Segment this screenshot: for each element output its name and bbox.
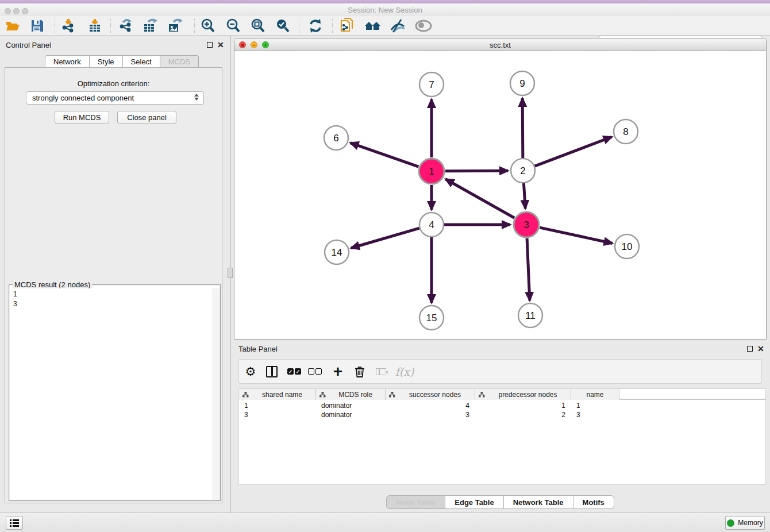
toolbar-separator bbox=[194, 19, 195, 33]
column-header-name[interactable]: name bbox=[571, 389, 619, 400]
node-label-3: 3 bbox=[523, 219, 529, 230]
show-columns-icon[interactable] bbox=[263, 360, 281, 383]
cell-name: 1 bbox=[576, 402, 580, 410]
table-toolbar: ⚙ ✓✓ + f(x) bbox=[238, 359, 762, 384]
control-panel-title: Control Panel bbox=[6, 41, 51, 49]
table-row[interactable]: 1dominator411 bbox=[239, 401, 765, 410]
result-item: 1 bbox=[13, 290, 209, 299]
edge-2-8[interactable] bbox=[535, 137, 612, 166]
status-bar: Memory bbox=[0, 512, 770, 532]
table-row[interactable]: 3dominator323 bbox=[239, 410, 765, 419]
select-all-icon[interactable]: ✓✓ bbox=[285, 360, 303, 383]
control-panel-header: Control Panel ✕ bbox=[0, 38, 227, 53]
edit-column-icon[interactable] bbox=[389, 392, 395, 398]
result-item: 3 bbox=[13, 299, 209, 309]
zoom-fit-icon[interactable] bbox=[249, 18, 267, 34]
close-panel-button[interactable]: Close panel bbox=[117, 111, 176, 124]
tab-select[interactable]: Select bbox=[123, 55, 160, 68]
tab-motifs[interactable]: Motifs bbox=[573, 495, 614, 509]
cell-shared-name: 1 bbox=[244, 402, 248, 410]
network-view-title: scc.txt bbox=[234, 41, 766, 49]
tab-style[interactable]: Style bbox=[90, 55, 123, 68]
export-table-icon[interactable] bbox=[142, 18, 159, 34]
result-scrollbar[interactable] bbox=[213, 288, 220, 500]
edit-column-icon[interactable] bbox=[479, 392, 485, 398]
open-file-icon[interactable] bbox=[4, 18, 21, 34]
memory-status-icon bbox=[727, 519, 734, 527]
edge-4-14[interactable] bbox=[351, 228, 419, 248]
tab-node-table[interactable]: Node Table bbox=[386, 495, 445, 509]
column-settings-icon[interactable]: ⚙ bbox=[241, 360, 260, 383]
first-neighbors-icon[interactable] bbox=[364, 18, 382, 34]
tab-network-table[interactable]: Network Table bbox=[504, 495, 573, 509]
zoom-out-icon[interactable] bbox=[225, 18, 242, 34]
node-table: shared nameMCDS rolesuccessor nodesprede… bbox=[238, 388, 766, 485]
node-label-10: 10 bbox=[622, 241, 633, 252]
show-panels-list-icon[interactable] bbox=[6, 516, 23, 530]
column-header-MCDS-role[interactable]: MCDS role bbox=[316, 389, 386, 400]
cell-successor-nodes: 4 bbox=[386, 402, 469, 410]
function-builder-icon[interactable]: f(x) bbox=[395, 360, 414, 383]
export-network-icon[interactable] bbox=[117, 18, 134, 34]
close-table-panel-icon[interactable]: ✕ bbox=[757, 346, 764, 352]
node-label-14: 14 bbox=[332, 247, 342, 258]
network-canvas[interactable]: 7968124314101511 bbox=[234, 51, 766, 339]
node-label-2: 2 bbox=[520, 165, 525, 176]
close-panel-icon[interactable]: ✕ bbox=[217, 42, 224, 48]
cell-MCDS-role: dominator bbox=[321, 411, 352, 419]
column-header-shared-name[interactable]: shared name bbox=[239, 389, 316, 400]
tab-mcds[interactable]: MCDS bbox=[160, 55, 199, 68]
refresh-icon[interactable] bbox=[307, 18, 324, 34]
network-window-titlebar[interactable]: ✕ − + scc.txt bbox=[234, 38, 766, 51]
optimization-criterion-label: Optimization criterion: bbox=[5, 79, 222, 88]
node-label-8: 8 bbox=[623, 126, 628, 137]
optimization-criterion-select[interactable]: strongly connected component bbox=[26, 91, 204, 105]
node-label-15: 15 bbox=[426, 313, 437, 323]
edge-3-11[interactable] bbox=[527, 238, 530, 300]
tab-network[interactable]: Network bbox=[45, 55, 90, 68]
node-label-1: 1 bbox=[429, 166, 434, 177]
zoom-in-icon[interactable] bbox=[199, 18, 217, 34]
clone-network-icon[interactable] bbox=[339, 18, 356, 34]
import-table-icon[interactable] bbox=[86, 18, 103, 34]
table-panel-header: Table Panel ✕ bbox=[234, 344, 767, 356]
edge-2-9[interactable] bbox=[522, 98, 523, 158]
select-stepper-icon bbox=[194, 94, 199, 101]
node-label-11: 11 bbox=[525, 310, 536, 321]
run-mcds-button[interactable]: Run MCDS bbox=[55, 111, 109, 124]
application-window: Session: New Session bbox=[0, 0, 770, 532]
show-graphics-icon[interactable] bbox=[415, 18, 432, 34]
cell-predecessor-nodes: 2 bbox=[475, 411, 565, 419]
edge-1-6[interactable] bbox=[351, 143, 419, 167]
float-table-panel-icon[interactable] bbox=[747, 346, 753, 352]
main-titlebar: Session: New Session bbox=[0, 3, 770, 16]
export-image-icon[interactable] bbox=[167, 18, 184, 34]
hide-edges-icon[interactable] bbox=[389, 18, 406, 34]
add-column-icon[interactable]: + bbox=[329, 360, 347, 383]
import-network-icon[interactable] bbox=[60, 18, 77, 34]
zoom-selected-icon[interactable] bbox=[274, 18, 291, 34]
mcds-panel: Optimization criterion: strongly connect… bbox=[5, 67, 222, 503]
splitter-handle[interactable] bbox=[228, 268, 233, 278]
edge-3-1[interactable] bbox=[445, 179, 514, 218]
edit-column-icon[interactable] bbox=[242, 392, 249, 398]
mcds-result-box: MCDS result (2 nodes) 13 bbox=[9, 284, 221, 501]
tab-edge-table[interactable]: Edge Table bbox=[445, 495, 503, 509]
deselect-all-icon[interactable] bbox=[306, 360, 324, 383]
edge-3-10[interactable] bbox=[540, 228, 612, 243]
toolbar-separator bbox=[299, 19, 299, 33]
float-panel-icon[interactable] bbox=[207, 42, 213, 48]
node-label-6: 6 bbox=[333, 133, 338, 144]
column-header-successor-nodes[interactable]: successor nodes bbox=[386, 389, 475, 400]
memory-button[interactable]: Memory bbox=[725, 516, 765, 530]
mcds-result-list[interactable]: 13 bbox=[10, 288, 213, 500]
selected-option: strongly connected component bbox=[32, 94, 134, 102]
edge-2-3[interactable] bbox=[523, 183, 525, 209]
edge-1-2[interactable] bbox=[445, 171, 508, 171]
column-header-predecessor-nodes[interactable]: predecessor nodes bbox=[475, 389, 571, 400]
delete-column-icon[interactable] bbox=[351, 360, 369, 383]
node-label-7: 7 bbox=[429, 79, 434, 90]
save-session-icon[interactable] bbox=[29, 18, 46, 34]
edit-column-icon[interactable] bbox=[319, 392, 326, 398]
delete-table-icon[interactable] bbox=[372, 360, 390, 383]
